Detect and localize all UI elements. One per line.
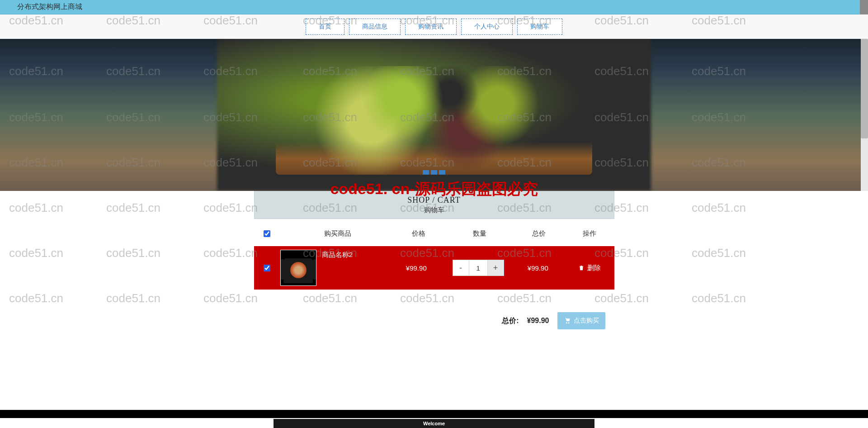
nav-cart[interactable]: 购物车 [517,19,562,35]
carousel-indicators[interactable] [423,170,445,175]
quantity-stepper: - + [453,260,504,276]
col-price: 价格 [390,229,447,238]
delete-label: 删除 [587,264,601,272]
watermark: code51.cn [106,246,160,260]
qty-input[interactable] [469,260,487,276]
item-checkbox[interactable] [264,265,270,271]
delete-button[interactable]: 删除 [565,264,614,272]
col-total: 总价 [512,229,565,238]
watermark: code51.cn [9,291,63,305]
cart-table-header: 购买商品 价格 数量 总价 操作 [254,221,614,246]
cart-summary: 总价: ¥99.90 点击购买 [254,312,614,329]
col-qty: 数量 [447,229,512,238]
item-total: ¥99.90 [511,264,565,272]
footer-bar [0,410,868,418]
watermark: code51.cn [203,201,258,215]
cart-item-row: 商品名称2 ¥99.90 - + ¥99.90 删除 [254,246,614,290]
nav-products[interactable]: 商品信息 [349,19,401,35]
watermark: code51.cn [203,246,258,260]
hero-banner [0,39,868,191]
checkout-button[interactable]: 点击购买 [557,312,605,329]
col-op: 操作 [565,229,614,238]
cart-title-en: SHOP / CART [407,195,460,205]
nav-home[interactable]: 首页 [306,19,344,35]
watermark: code51.cn [692,246,746,260]
watermark: code51.cn [203,291,258,305]
watermark: code51.cn [106,201,160,215]
watermark: code51.cn [9,201,63,215]
watermark: code51.cn [9,246,63,260]
nav-account[interactable]: 个人中心 [461,19,513,35]
summary-amount: ¥99.90 [527,317,549,325]
watermark: code51.cn [106,291,160,305]
nav-news[interactable]: 购物资讯 [405,19,457,35]
checkout-label: 点击购买 [574,317,599,325]
cart-title-cn: 购物车 [424,206,444,214]
product-name[interactable]: 商品名称2 [322,250,353,259]
site-title: 分布式架构网上商城 [17,2,82,12]
cart-page-heading: SHOP / CART 购物车 [254,191,614,219]
col-product: 购买商品 [280,229,390,238]
qty-minus-button[interactable]: - [453,260,469,276]
cart-icon [564,318,571,324]
watermark: code51.cn [692,291,746,305]
top-bar: 分布式架构网上商城 [0,0,868,14]
trash-icon [578,265,585,271]
product-thumbnail[interactable] [280,250,316,286]
scrollbar-stub [860,0,868,14]
watermark: code51.cn [692,201,746,215]
footer-welcome: Welcome [274,418,594,428]
item-price: ¥99.90 [387,264,445,272]
qty-plus-button[interactable]: + [487,260,504,276]
scrollbar-thumb[interactable] [861,39,868,138]
select-all-checkbox[interactable] [264,230,270,237]
main-nav: 首页 商品信息 购物资讯 个人中心 购物车 [0,14,868,39]
summary-label: 总价: [502,316,519,326]
